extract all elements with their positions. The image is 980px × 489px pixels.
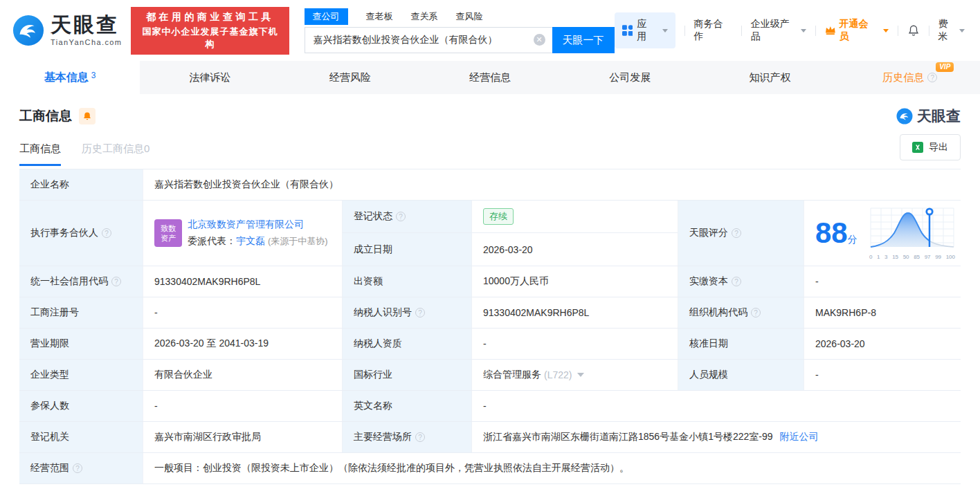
excel-icon	[912, 142, 923, 153]
brand-domain: TianYanCha.com	[51, 38, 122, 46]
rep-source: (来源于中基协)	[268, 236, 328, 246]
open-vip-button[interactable]: 开通会员	[825, 18, 889, 43]
vip-badge: VIP	[936, 62, 954, 72]
partner-avatar: 致数 资产	[154, 219, 182, 247]
industry-value: 综合管理服务 (L722)	[471, 360, 678, 390]
tianyan-score-label: 天眼评分 ?	[678, 201, 804, 266]
main-content: 工商信息 天眼查 工商信息 历史工商信息0 导出	[0, 107, 980, 484]
apps-label: 应用	[637, 18, 655, 43]
help-icon[interactable]: ?	[732, 277, 741, 286]
search-tab-relation[interactable]: 查关系	[411, 10, 438, 23]
help-icon[interactable]: ?	[732, 228, 741, 238]
label-text: 实缴资本	[689, 275, 728, 288]
table-row: 执行事务合伙人 ? 致数 资产 北京致数资产管理有限公司 委派代表：宇文磊 (来…	[19, 201, 961, 266]
staff-size-value: -	[804, 360, 961, 390]
tianyancha-logo[interactable]: 天眼查 TianYanCha.com	[12, 15, 122, 46]
premises-text: 浙江省嘉兴市南湖区东栅街道南江路1856号基金小镇1号楼222室-99	[483, 431, 773, 443]
executive-partner-value: 致数 资产 北京致数资产管理有限公司 委派代表：宇文磊 (来源于中基协)	[143, 201, 342, 266]
user-menu[interactable]: 费米	[938, 18, 965, 43]
clear-icon[interactable]: ✕	[534, 34, 545, 46]
tab-basic-info[interactable]: 基本信息 3	[0, 61, 140, 94]
tab-label: 知识产权	[750, 71, 791, 84]
tab-label: 基本信息	[44, 71, 89, 85]
apps-menu[interactable]: 应用	[615, 12, 675, 48]
tab-operation-risk[interactable]: 经营风险	[280, 61, 420, 94]
chevron-down-icon	[959, 29, 965, 33]
tab-operation-info[interactable]: 经营信息	[420, 61, 560, 94]
divider	[898, 26, 898, 36]
help-icon[interactable]: ?	[396, 212, 406, 221]
tianyancha-swirl-icon	[12, 15, 44, 46]
avatar-line2: 资产	[161, 233, 176, 243]
help-icon[interactable]: ?	[415, 432, 425, 442]
subtab-history-business-info[interactable]: 历史工商信息0	[82, 142, 149, 166]
subscribe-bell-button[interactable]	[79, 108, 96, 124]
reg-no-value: -	[143, 297, 342, 328]
bell-icon	[907, 24, 920, 37]
term-label: 营业期限	[19, 329, 143, 359]
approval-date-value: 2026-03-20	[804, 329, 961, 359]
business-scope-label: 经营范围 ?	[19, 453, 143, 483]
export-label: 导出	[929, 141, 948, 154]
score-curve-chart: 0131550859799100	[869, 207, 955, 260]
help-icon[interactable]: ?	[415, 308, 425, 317]
top-header: 天眼查 TianYanCha.com 都在用的商业查询工具 国家中小企业发展子基…	[0, 0, 980, 61]
tianyan-score-value: 88分	[804, 201, 961, 266]
nearby-companies-link[interactable]: 附近公司	[780, 431, 819, 443]
insured-value: -	[143, 391, 342, 421]
help-icon[interactable]: ?	[751, 308, 761, 317]
tab-history-info[interactable]: 历史信息 VIP ?	[840, 61, 980, 94]
search-tab-risk[interactable]: 查风险	[456, 10, 483, 23]
avatar-line1: 致数	[161, 223, 176, 233]
notification-bell[interactable]	[907, 24, 920, 37]
apps-grid-icon	[622, 25, 633, 36]
company-name-label: 企业名称	[19, 169, 143, 200]
search-tab-boss[interactable]: 查老板	[366, 10, 393, 23]
paid-capital-label: 实缴资本 ?	[678, 266, 804, 297]
slogan-banner: 都在用的商业查询工具 国家中小企业发展子基金旗下机构	[131, 7, 289, 55]
search-tabs: 查公司 查老板 查关系 查风险	[305, 8, 615, 26]
rep-prefix: 委派代表：	[188, 235, 236, 246]
tab-legal-proceedings[interactable]: 法律诉讼	[140, 61, 280, 94]
table-row: 企业类型 有限合伙企业 国标行业 综合管理服务 (L722) 人员规模 -	[19, 360, 961, 391]
brand-name: 天眼查	[51, 15, 122, 35]
paid-capital-value: -	[804, 266, 961, 297]
premises-label: 主要经营场所 ?	[342, 422, 471, 452]
partner-company-link[interactable]: 北京致数资产管理有限公司	[188, 219, 304, 230]
section-header: 工商信息 天眼查	[19, 107, 961, 126]
crown-icon	[825, 26, 836, 35]
tab-count: 3	[91, 71, 96, 80]
menu-business-cooperation[interactable]: 商务合作	[694, 18, 732, 43]
search-tab-company[interactable]: 查公司	[305, 8, 348, 25]
company-name-value: 嘉兴指若数创业投资合伙企业（有限合伙）	[143, 169, 961, 200]
slogan-line1: 都在用的商业查询工具	[138, 11, 282, 24]
help-icon[interactable]: ?	[111, 277, 121, 286]
search-input[interactable]	[305, 27, 552, 53]
industry-code: (L722)	[544, 369, 572, 380]
chevron-down-icon[interactable]	[577, 373, 584, 377]
divider	[684, 26, 685, 36]
help-icon[interactable]: ?	[73, 463, 82, 473]
tab-company-development[interactable]: 公司发展	[560, 61, 700, 94]
chevron-down-icon	[662, 29, 668, 33]
company-type-label: 企业类型	[19, 360, 143, 390]
rep-name-link[interactable]: 宇文磊	[236, 235, 265, 246]
chevron-down-icon	[801, 29, 806, 33]
company-nav-tabs: 基本信息 3 法律诉讼 经营风险 经营信息 公司发展 知识产权 历史信息 VIP…	[0, 61, 980, 94]
help-icon[interactable]: ?	[102, 228, 111, 238]
divider	[815, 26, 816, 36]
table-row: 企业名称 嘉兴指若数创业投资合伙企业（有限合伙）	[19, 169, 961, 201]
menu-enterprise-products[interactable]: 企业级产品	[751, 18, 806, 43]
help-icon[interactable]: ?	[927, 73, 937, 82]
search-button[interactable]: 天眼一下	[552, 27, 615, 53]
chevron-down-icon	[883, 29, 889, 33]
tab-intellectual-property[interactable]: 知识产权	[700, 61, 840, 94]
label-text: 纳税人识别号	[354, 306, 412, 319]
export-button[interactable]: 导出	[900, 134, 961, 160]
subtab-business-info[interactable]: 工商信息	[19, 142, 61, 166]
reg-no-label: 工商注册号	[19, 297, 143, 328]
status-badge: 存续	[483, 208, 514, 225]
premises-value: 浙江省嘉兴市南湖区东栅街道南江路1856号基金小镇1号楼222室-99 附近公司	[471, 422, 961, 452]
label-text: 统一社会信用代码	[30, 275, 108, 288]
tax-qual-value: -	[471, 329, 678, 359]
